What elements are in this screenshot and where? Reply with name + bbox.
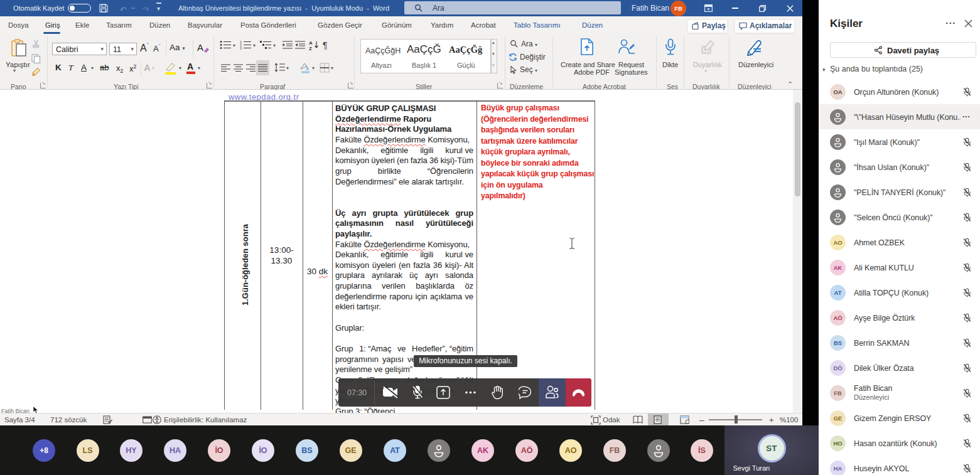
svg-text:Z: Z: [309, 46, 312, 50]
svg-text:3: 3: [240, 46, 242, 50]
svg-text:A: A: [309, 40, 313, 46]
